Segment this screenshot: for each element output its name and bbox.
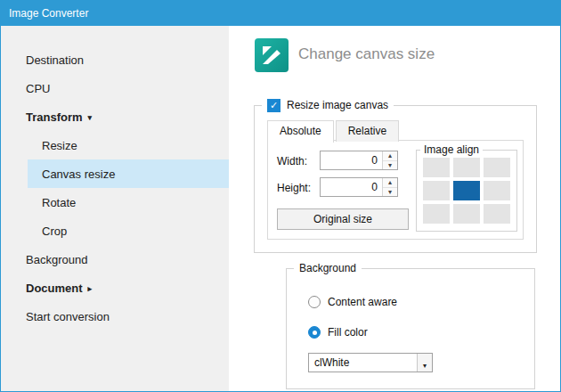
sidebar-item-label: Transform [26, 110, 83, 124]
sidebar-item-document[interactable]: Document ▸ [1, 274, 229, 302]
width-input[interactable]: 0 [320, 151, 398, 170]
height-input[interactable]: 0 [320, 177, 398, 197]
image-converter-window: Image Converter Destination CPU Transfor… [0, 0, 561, 392]
app-logo-icon [255, 38, 289, 72]
fill-color-option[interactable]: Fill color [308, 326, 368, 339]
sidebar: Destination CPU Transform ▾ Resize Canva… [1, 26, 229, 391]
combo-dropdown-icon[interactable] [417, 354, 432, 372]
align-cell-middle-right[interactable] [484, 181, 510, 200]
align-cell-top-left[interactable] [423, 158, 450, 177]
sidebar-item-start-conversion[interactable]: Start conversion [1, 302, 229, 331]
align-cell-center[interactable] [453, 181, 480, 200]
sidebar-item-label: Canvas resize [42, 167, 115, 181]
sidebar-item-cpu[interactable]: CPU [1, 74, 229, 102]
page-title: Change canvas size [298, 45, 435, 63]
image-align-group: Image align [416, 150, 517, 232]
sidebar-item-crop[interactable]: Crop [28, 216, 229, 245]
titlebar[interactable]: Image Converter [1, 1, 560, 26]
sidebar-item-rotate[interactable]: Rotate [28, 188, 229, 216]
content-aware-label: Content aware [328, 296, 397, 308]
resize-image-canvas-checkbox[interactable] [267, 99, 280, 112]
align-cell-middle-left[interactable] [423, 181, 450, 200]
width-value[interactable]: 0 [321, 151, 382, 169]
content-aware-radio[interactable] [308, 296, 321, 308]
sidebar-item-label: Start conversion [26, 310, 110, 323]
width-label: Width: [277, 155, 307, 167]
align-cell-bottom-center[interactable] [453, 204, 480, 224]
background-group-label: Background [294, 261, 362, 275]
resize-image-canvas-label: Resize image canvas [287, 98, 388, 112]
height-spinner [382, 178, 397, 196]
background-group: Background Content aware Fill color clWh… [286, 268, 535, 389]
window-title: Image Converter [9, 7, 88, 20]
chevron-down-icon: ▾ [88, 113, 93, 122]
sidebar-item-label: Crop [42, 225, 67, 238]
fill-color-combobox[interactable]: clWhite [308, 353, 433, 372]
align-cell-bottom-right[interactable] [484, 204, 510, 224]
width-spinner [382, 151, 397, 169]
align-cell-top-center[interactable] [453, 158, 480, 177]
fill-color-value: clWhite [309, 354, 417, 372]
sidebar-item-label: Background [26, 253, 87, 266]
sidebar-item-label: Destination [26, 53, 84, 67]
absolute-tab-panel: Width: 0 Height: 0 [267, 140, 524, 240]
original-size-button[interactable]: Original size [277, 208, 409, 230]
window-body: Destination CPU Transform ▾ Resize Canva… [1, 26, 560, 391]
tab-absolute[interactable]: Absolute [267, 120, 334, 143]
spin-up-icon[interactable] [383, 178, 397, 188]
fill-color-radio[interactable] [308, 326, 321, 339]
align-cell-bottom-left[interactable] [423, 204, 450, 224]
resize-canvas-group-header: Resize image canvas [262, 98, 394, 112]
sidebar-item-resize[interactable]: Resize [28, 131, 229, 159]
resize-canvas-group: Resize image canvas Absolute Relative Wi… [254, 105, 537, 253]
sidebar-item-canvas-resize[interactable]: Canvas resize [28, 159, 229, 188]
align-cell-top-right[interactable] [484, 158, 510, 177]
spin-down-icon[interactable] [383, 161, 397, 170]
sidebar-item-label: Resize [42, 139, 77, 152]
chevron-right-icon: ▸ [88, 284, 93, 293]
sidebar-item-label: Document [26, 282, 83, 295]
spin-up-icon[interactable] [383, 151, 397, 161]
height-label: Height: [277, 182, 311, 194]
sidebar-item-label: CPU [26, 82, 50, 95]
spin-down-icon[interactable] [383, 188, 397, 197]
canvas-size-tabs: Absolute Relative [267, 120, 401, 142]
sidebar-item-destination[interactable]: Destination [1, 45, 229, 74]
sidebar-item-background[interactable]: Background [1, 245, 229, 274]
image-align-grid [417, 151, 516, 231]
fill-color-label: Fill color [328, 326, 368, 339]
sidebar-item-label: Rotate [42, 196, 76, 209]
content-aware-option[interactable]: Content aware [308, 296, 397, 308]
sidebar-item-transform[interactable]: Transform ▾ [1, 102, 229, 131]
height-value[interactable]: 0 [321, 178, 382, 196]
main-content: Change canvas size Resize image canvas A… [229, 26, 560, 391]
tab-relative[interactable]: Relative [336, 120, 399, 142]
